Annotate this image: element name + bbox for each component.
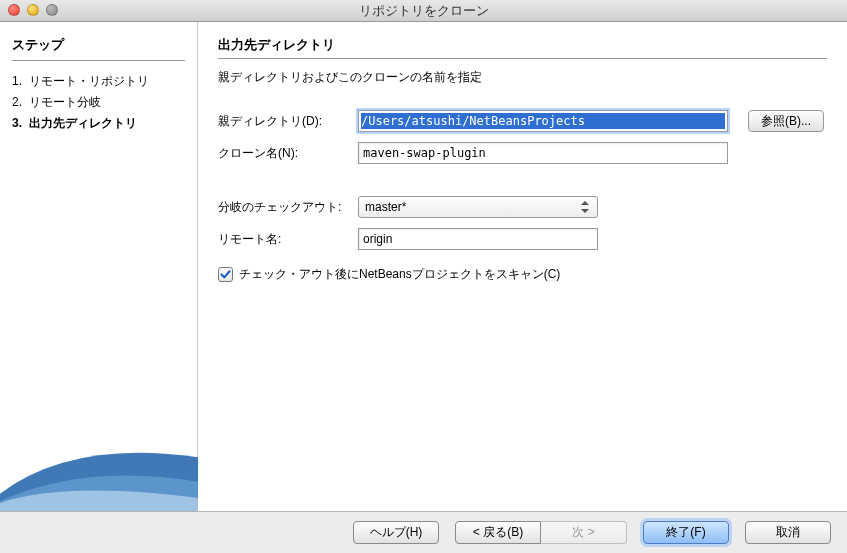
remote-name-input[interactable] bbox=[358, 228, 598, 250]
help-button[interactable]: ヘルプ(H) bbox=[353, 521, 439, 544]
titlebar: リポジトリをクローン bbox=[0, 0, 847, 22]
sidebar: ステップ 1. リモート・リポジトリ 2. リモート分岐 3. 出力先ディレクト… bbox=[0, 22, 198, 511]
parent-dir-input[interactable]: /Users/atsushi/NetBeansProjects bbox=[358, 110, 728, 132]
step-item: 2. リモート分岐 bbox=[12, 92, 185, 113]
step-item: 1. リモート・リポジトリ bbox=[12, 71, 185, 92]
maximize-icon bbox=[46, 4, 58, 16]
step-item-current: 3. 出力先ディレクトリ bbox=[12, 113, 185, 134]
next-button: 次 > bbox=[541, 521, 627, 544]
branch-checkout-select[interactable]: master* bbox=[358, 196, 598, 218]
remote-name-label: リモート名: bbox=[218, 231, 358, 248]
cancel-button[interactable]: 取消 bbox=[745, 521, 831, 544]
finish-button[interactable]: 終了(F) bbox=[643, 521, 729, 544]
window-title: リポジトリをクローン bbox=[359, 2, 489, 20]
main-panel: 出力先ディレクトリ 親ディレクトリおよびこのクローンの名前を指定 親ディレクトリ… bbox=[198, 22, 847, 511]
minimize-icon[interactable] bbox=[27, 4, 39, 16]
sidebar-decoration bbox=[0, 401, 198, 511]
clone-name-label: クローン名(N): bbox=[218, 145, 358, 162]
browse-button[interactable]: 参照(B)... bbox=[748, 110, 824, 132]
scan-checkbox-row[interactable]: チェック・アウト後にNetBeansプロジェクトをスキャン(C) bbox=[218, 266, 827, 283]
page-title: 出力先ディレクトリ bbox=[218, 36, 827, 54]
steps-list: 1. リモート・リポジトリ 2. リモート分岐 3. 出力先ディレクトリ bbox=[12, 71, 185, 134]
branch-checkout-label: 分岐のチェックアウト: bbox=[218, 199, 358, 216]
scan-checkbox-label: チェック・アウト後にNetBeansプロジェクトをスキャン(C) bbox=[239, 266, 560, 283]
close-icon[interactable] bbox=[8, 4, 20, 16]
clone-name-input[interactable] bbox=[358, 142, 728, 164]
page-subtitle: 親ディレクトリおよびこのクローンの名前を指定 bbox=[218, 69, 827, 86]
back-button[interactable]: < 戻る(B) bbox=[455, 521, 541, 544]
parent-dir-label: 親ディレクトリ(D): bbox=[218, 113, 358, 130]
steps-heading: ステップ bbox=[12, 36, 185, 54]
nav-button-group: < 戻る(B) 次 > bbox=[455, 521, 627, 544]
button-bar: ヘルプ(H) < 戻る(B) 次 > 終了(F) 取消 bbox=[0, 511, 847, 553]
window-controls bbox=[8, 4, 58, 16]
scan-checkbox[interactable] bbox=[218, 267, 233, 282]
